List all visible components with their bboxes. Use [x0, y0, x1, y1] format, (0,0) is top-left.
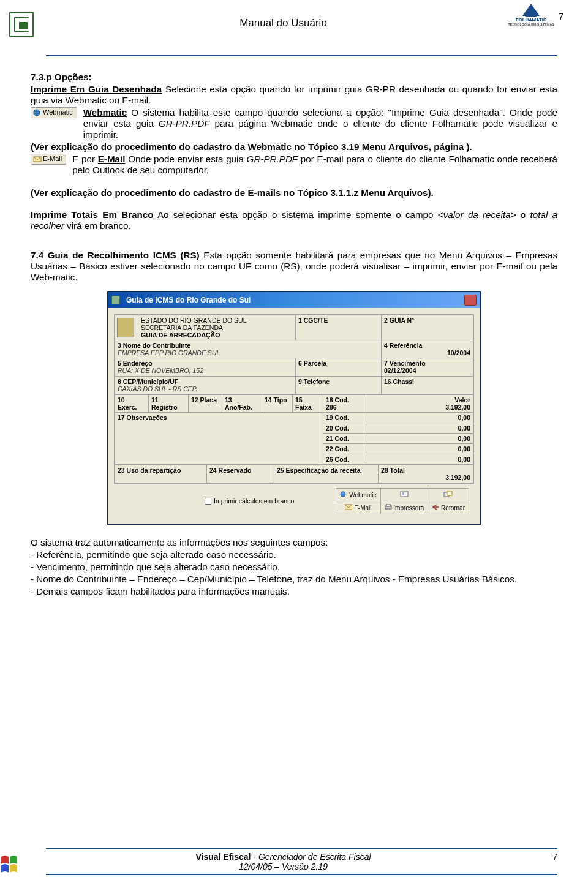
field-vencimento-label: 7 Vencimento: [384, 359, 426, 367]
imprimir-branco-checkbox[interactable]: Imprimir cálculos em branco: [205, 497, 294, 505]
footer-divider-top: [46, 848, 557, 849]
dialog-screenshot: Guia de ICMS do Rio Grande do Sul ESTADO…: [31, 291, 557, 525]
window-icon: [111, 296, 120, 304]
post-line-1: O sistema traz automaticamente as inform…: [31, 537, 557, 548]
form-hdr1: ESTADO DO RIO GRANDE DO SUL: [141, 317, 293, 324]
field-cep-label: 8 CEP/Município/UF: [118, 378, 178, 385]
post-line-4: - Nome do Contribuinte – Endereço – Cep/…: [31, 574, 557, 585]
globe-icon: [33, 109, 42, 116]
dialog-title: Guia de ICMS do Rio Grande do Sul: [126, 296, 251, 304]
footer-version: 12/04/05 – Versão 2.19: [9, 862, 557, 871]
folhamatic-logo-icon: [522, 4, 540, 16]
field-total-label: 28 Total: [381, 467, 405, 474]
field-cod21[interactable]: 21 Cod.: [323, 433, 366, 443]
email-filename: GR-PR.PDF: [247, 154, 298, 164]
field-uso-reparticao: 23 Uso da repartição: [115, 465, 207, 483]
globe-icon: [340, 491, 347, 497]
field-referencia-label: 4 Referência: [384, 342, 422, 349]
field-parcela-label: 6 Parcela: [298, 359, 326, 367]
return-icon: [432, 504, 439, 510]
dialog-body: ESTADO DO RIO GRANDE DO SUL SECRETARIA D…: [108, 308, 480, 524]
checkbox-icon: [205, 498, 211, 505]
visualizar-button[interactable]: [380, 489, 428, 502]
section-74-heading: 7.4 Guia de Recolhimento ICMS (RS): [31, 250, 200, 260]
footer-desc: - Gerenciador de Escrita Fiscal: [251, 852, 371, 862]
field-faixa[interactable]: 15 Faixa: [293, 394, 323, 412]
totais-valor: valor da receita: [443, 209, 511, 220]
svg-point-4: [341, 492, 345, 497]
printer-icon: [385, 504, 392, 510]
email-button[interactable]: E-Mail: [336, 502, 380, 514]
field-cod20[interactable]: 20 Cod.: [323, 423, 366, 433]
footer-product: Visual Efiscal: [195, 852, 251, 862]
field-cod21-value: 0,00: [366, 433, 473, 443]
dialog-button-bar: Imprimir cálculos em branco Webmatic E-M…: [114, 484, 474, 519]
field-especificacao: 25 Especificação da receita: [274, 465, 379, 483]
print-extra-button[interactable]: [428, 489, 469, 502]
folhamatic-logo: FOLHAMATIC TECNOLOGIA EM SISTEMAS: [508, 4, 554, 26]
post-line-3: - Vencimento, permitindo que seja altera…: [31, 562, 557, 573]
field-cod26[interactable]: 26 Cod.: [323, 454, 366, 465]
dialog-titlebar: Guia de ICMS do Rio Grande do Sul: [108, 292, 480, 308]
svg-rect-11: [386, 504, 390, 506]
email-icon-label: E-Mail: [43, 155, 62, 162]
page-body: 7.3.p Opções: Imprime Em Guia Desenhada …: [0, 56, 588, 604]
totais-text-a: Ao selecionar esta opção o sistema impri…: [154, 209, 443, 220]
svg-rect-6: [402, 492, 404, 495]
email-label: E-Mail: [98, 154, 126, 164]
webmatic-button[interactable]: Webmatic: [336, 489, 380, 502]
ver-webmatic-note: (Ver explicação do procedimento do cadas…: [31, 141, 557, 152]
impressora-button[interactable]: Impressora: [380, 502, 428, 514]
field-cod20-value: 0,00: [366, 423, 473, 433]
post-line-2: - Referência, permitindo que seja altera…: [31, 549, 557, 560]
document-title: Manual do Usuário: [9, 6, 557, 29]
retornar-button[interactable]: Retornar: [428, 502, 469, 514]
webmatic-label: Webmatic: [83, 107, 127, 118]
field-valor-value: 3.192,00: [445, 404, 470, 411]
form-hdr2: SECRETARIA DA FAZENDA: [141, 324, 293, 331]
preview-icon: [399, 491, 409, 498]
field-nome-value: EMPRESA EPP RIO GRANDE SUL: [118, 349, 220, 356]
field-cod19[interactable]: 19 Cod.: [323, 412, 366, 423]
field-registro[interactable]: 11 Registro: [149, 394, 189, 412]
field-chassi-label: 16 Chassi: [384, 378, 414, 385]
email-pre: E por: [72, 154, 98, 164]
field-referencia-value[interactable]: 10/2004: [384, 349, 470, 356]
field-exerc[interactable]: 10 Exerc.: [115, 394, 149, 412]
imprime-guia-label: Imprime Em Guia Desenhada: [31, 84, 162, 94]
page-header: Manual do Usuário 7 FOLHAMATIC TECNOLOGI…: [0, 0, 588, 55]
field-placa[interactable]: 12 Placa: [189, 394, 222, 412]
field-cod22[interactable]: 22 Cod.: [323, 443, 366, 454]
close-icon[interactable]: [464, 295, 477, 306]
form: ESTADO DO RIO GRANDE DO SUL SECRETARIA D…: [114, 314, 474, 484]
folhamatic-logo-tagline: TECNOLOGIA EM SISTEMAS: [508, 23, 554, 26]
webmatic-icon-label: Webmatic: [43, 108, 73, 116]
field-total-value: 3.192,00: [381, 474, 470, 481]
state-crest-icon: [117, 318, 134, 337]
totais-text-b: > o: [511, 209, 530, 220]
field-cod19-value: 0,00: [366, 412, 473, 423]
field-endereco-value: RUA: X DE NOVEMBRO, 152: [118, 367, 203, 374]
field-cod18-value[interactable]: 286: [326, 404, 337, 411]
svg-rect-8: [447, 491, 452, 495]
field-anofab[interactable]: 13 Ano/Fab.: [222, 394, 262, 412]
page-number-bottom: 7: [552, 852, 557, 862]
field-vencimento-value[interactable]: 02/12/2004: [384, 367, 417, 374]
opcoes-heading: 7.3.p Opções:: [31, 72, 92, 82]
totais-label: Imprime Totais Em Branco: [31, 209, 154, 220]
page-footer: Visual Efiscal - Gerenciador de Escrita …: [0, 848, 588, 875]
field-telefone-label: 9 Telefone: [298, 378, 330, 385]
field-observacoes[interactable]: 17 Observações: [118, 414, 167, 421]
field-tipo[interactable]: 14 Tipo: [262, 394, 293, 412]
field-cod26-value: 0,00: [366, 454, 473, 465]
field-cod18-label: 18 Cod.: [326, 396, 349, 404]
page-number-top: 7: [559, 11, 564, 21]
post-line-5: - Demais campos ficam habilitados para i…: [31, 586, 557, 597]
field-reservado: 24 Reservado: [207, 465, 274, 483]
field-valor-label: Valor: [454, 396, 470, 404]
webmatic-icon-button[interactable]: Webmatic: [31, 107, 77, 118]
email-icon-button[interactable]: E-Mail: [31, 154, 66, 165]
ver-email-note: (Ver explicação do procedimento do cadas…: [31, 187, 557, 198]
icms-dialog: Guia de ICMS do Rio Grande do Sul ESTADO…: [107, 291, 481, 525]
webmatic-filename: GR-PR.PDF: [159, 118, 210, 129]
